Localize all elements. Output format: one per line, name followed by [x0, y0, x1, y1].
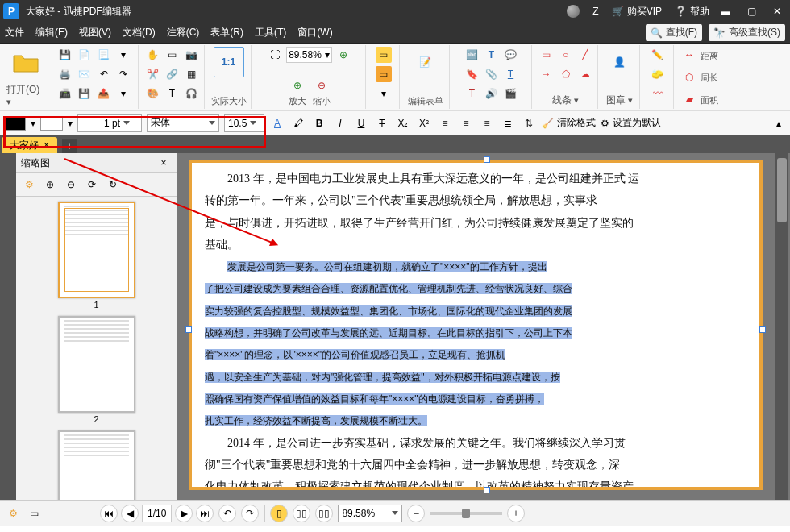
perimeter-icon[interactable]: ⬡	[681, 69, 697, 85]
text-icon[interactable]: T	[164, 85, 181, 102]
grid-icon[interactable]: ▦	[184, 66, 200, 82]
text-line[interactable]: 2014 年，是公司进一步夯实基础，谋求发展的关键之年。我们将继续深入学习贯	[205, 432, 746, 454]
set-default-button[interactable]: ⚙设置为默认	[601, 116, 661, 130]
highlight-yellow-icon[interactable]: ▭	[376, 47, 392, 63]
nav-back-button[interactable]: ↶	[218, 505, 236, 522]
mail-icon[interactable]: ✉️	[77, 66, 93, 82]
text-line[interactable]: 化电力体制改革，积极探索建立规范的现代企业制度，以改革的精神努力实现存量资产	[205, 476, 746, 490]
page-canvas[interactable]: 2013 年，是中国电力工业发展史上具有重大深远意义的一年，是公司组建并正式 运…	[189, 160, 763, 490]
zoom-in-group[interactable]: ⊕	[289, 77, 306, 94]
thumb-zoom-out-icon[interactable]: ⊖	[63, 177, 79, 193]
thumb-zoom-in-icon[interactable]: ⊕	[42, 177, 58, 193]
camera-icon[interactable]: 📷	[184, 47, 200, 63]
redo-icon[interactable]: ↷	[115, 66, 131, 82]
stamp-button[interactable]: 👤	[605, 47, 635, 77]
text-line[interactable]: 实力较强的复合控股型、规模效益型、集团化、市场化、国际化的现代企业集团的发展	[205, 300, 746, 322]
document-tab[interactable]: 大家好×	[2, 137, 57, 153]
text-line[interactable]: 2013 年，是中国电力工业发展史上具有重大深远意义的一年，是公司组建并正式 运	[205, 168, 746, 189]
cut-icon[interactable]: ✂️	[145, 66, 161, 82]
italic-icon[interactable]: I	[332, 115, 348, 131]
palette-icon[interactable]: 🎨	[145, 85, 161, 102]
align-left-icon[interactable]: ≡	[437, 115, 453, 131]
text-line[interactable]: 遇，以安全生产为基础，对内"强化管理，提高效益"，对外积极开拓电源点建设，按	[205, 366, 746, 388]
underline-t-icon[interactable]: T	[503, 66, 519, 82]
zoom-out-status[interactable]: −	[407, 505, 425, 522]
menu-window[interactable]: 窗口(W)	[297, 26, 332, 39]
strike-t-icon[interactable]: T	[464, 85, 480, 102]
thumbnail-page-2[interactable]: 2	[58, 316, 135, 424]
typewriter-icon[interactable]: T	[484, 47, 500, 63]
actual-size-button[interactable]: 1:1	[214, 47, 244, 77]
zoom-status-combo[interactable]: 89.58%	[338, 505, 402, 522]
align-right-icon[interactable]: ≡	[479, 115, 495, 131]
subscript-icon[interactable]: X₂	[395, 115, 411, 131]
thumb-settings-icon[interactable]: ⚙	[21, 177, 37, 193]
video-icon[interactable]: 🎬	[503, 85, 519, 102]
close-button[interactable]: ✕	[767, 5, 787, 18]
text-line[interactable]: 转的第一年。一年来，公司以"三个代表"重要思想统领全局，解放思想，实事求	[205, 189, 746, 211]
new-icon[interactable]: 📄	[77, 47, 93, 63]
prev-page-button[interactable]: ◀	[121, 505, 139, 522]
align-center-icon[interactable]: ≡	[458, 115, 474, 131]
shape-poly-icon[interactable]: ⬠	[558, 66, 574, 82]
side-strip[interactable]	[0, 153, 16, 500]
thumbnail-page-3[interactable]: 3	[58, 430, 135, 500]
edit-form-button[interactable]: 📝	[410, 47, 441, 77]
zoom-in-icon[interactable]: ⊕	[335, 47, 351, 63]
font-select[interactable]: 宋体	[147, 114, 219, 132]
last-page-button[interactable]: ⏭	[196, 505, 214, 522]
area-icon[interactable]: ▰	[681, 91, 697, 107]
globe-icon[interactable]	[567, 5, 580, 18]
headphone-icon[interactable]: 🎧	[184, 85, 200, 102]
link-icon[interactable]: 🔗	[164, 66, 181, 82]
text-line[interactable]: 照确保国有资产保值增值的效益目标和每年"××××"的电源建设目标，奋勇拼搏，	[205, 388, 746, 409]
page-icon[interactable]: 📃	[96, 47, 112, 63]
distance-icon[interactable]: ↔	[681, 47, 697, 63]
select-icon[interactable]: ▭	[164, 47, 181, 63]
help-button[interactable]: ❔帮助	[675, 5, 709, 19]
zoom-in-status[interactable]: ＋	[507, 505, 525, 522]
strike-icon[interactable]: T	[374, 115, 390, 131]
shape-line-icon[interactable]: ╱	[577, 47, 593, 63]
shape-arrow-icon[interactable]: →	[538, 66, 555, 82]
fill-color-swatch[interactable]	[3, 116, 26, 131]
stamp-small-icon[interactable]: 🔖	[464, 66, 480, 82]
document-viewport[interactable]: 2013 年，是中国电力工业发展史上具有重大深远意义的一年，是公司组建并正式 运…	[177, 153, 790, 500]
textbox-icon[interactable]: 🔤	[464, 47, 480, 63]
attach-icon[interactable]: 📎	[484, 66, 500, 82]
find-button[interactable]: 🔍查找(F)	[646, 24, 702, 41]
note-icon[interactable]: 💬	[503, 47, 519, 63]
text-line[interactable]: 彻"三个代表"重要思想和党的十六届四中全会精神，进一步解放思想，转变观念，深	[205, 454, 746, 476]
collapse-ribbon-icon[interactable]: ▴	[771, 115, 787, 131]
text-line[interactable]: 了把公司建设成为要素组合合理、资源配置优化、管理机制先进、经营状况良好、综合	[205, 277, 746, 299]
status-settings-icon[interactable]: ⚙	[5, 505, 21, 522]
menu-comment[interactable]: 注释(C)	[167, 26, 200, 39]
continuous-page-icon[interactable]: ▯▯	[293, 505, 310, 522]
pencil-icon[interactable]: ✏️	[650, 47, 666, 63]
underline-icon[interactable]: U	[353, 115, 369, 131]
highlight-color-icon[interactable]: 🖍	[290, 115, 306, 131]
first-page-button[interactable]: ⏮	[100, 505, 118, 522]
font-size-select[interactable]: 10.5	[224, 114, 264, 132]
text-line[interactable]: 基础。	[205, 234, 746, 256]
thumbnail-page-1[interactable]: 1	[58, 202, 135, 310]
highlight-orange-icon[interactable]: ▭	[376, 66, 392, 82]
menu-file[interactable]: 文件	[5, 26, 24, 39]
save-icon[interactable]: 💾	[57, 47, 73, 63]
save-copy-icon[interactable]: 💾	[77, 85, 93, 102]
minimize-button[interactable]: ▬	[716, 5, 735, 18]
highlight-more-icon[interactable]: ▾	[376, 85, 392, 102]
menu-tool[interactable]: 工具(T)	[255, 26, 286, 39]
line-width-select[interactable]: 1 pt	[77, 114, 142, 132]
panel-close-icon[interactable]: ×	[156, 155, 172, 171]
menu-edit[interactable]: 编辑(E)	[35, 26, 68, 39]
status-layout-icon[interactable]: ▭	[26, 505, 42, 522]
single-page-icon[interactable]: ▯	[270, 505, 288, 522]
advanced-find-button[interactable]: 🔭高级查找(S)	[709, 24, 785, 41]
maximize-button[interactable]: ▢	[742, 5, 761, 18]
text-line[interactable]: 扎实工作，经济效益不断提高，发展规模不断壮大。	[205, 409, 746, 431]
stroke-color-swatch[interactable]	[40, 116, 63, 131]
shape-cloud-icon[interactable]: ☁	[577, 66, 593, 82]
menu-form[interactable]: 表单(R)	[210, 26, 243, 39]
text-line[interactable]: 战略构想，并明确了公司改革与发展的远、近期目标。在此目标的指引下，公司上下本	[205, 322, 746, 343]
